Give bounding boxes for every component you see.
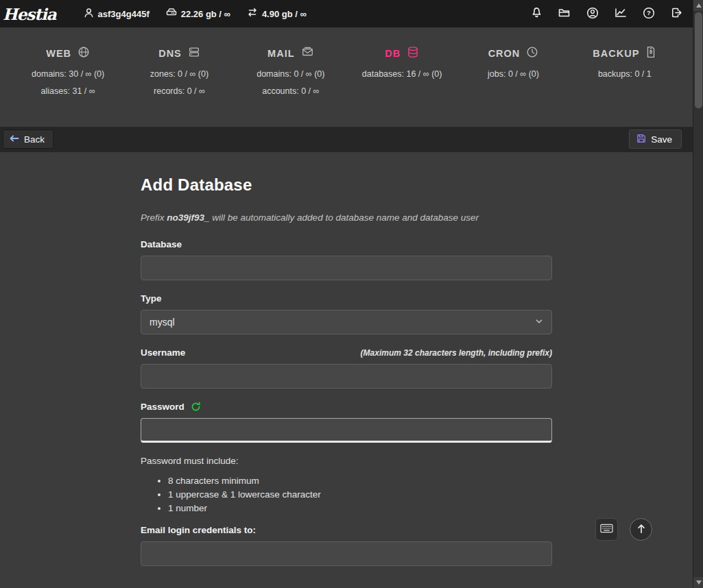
statistics-button[interactable] <box>615 8 627 21</box>
database-label: Database <box>141 239 552 249</box>
nav-tab-mail[interactable]: MAIL domains: 0 / ∞ (0) accounts: 0 / ∞ <box>235 45 346 127</box>
username-label: Username <box>141 347 185 358</box>
type-select[interactable]: mysql <box>141 310 552 334</box>
action-toolbar: Back Save <box>0 127 693 152</box>
nav-stat: accounts: 0 / ∞ <box>235 86 346 96</box>
user-icon <box>84 8 94 21</box>
folder-icon <box>558 8 571 21</box>
nav-tab-web[interactable]: WEB domains: 30 / ∞ (0) aliases: 31 / ∞ <box>12 45 123 127</box>
disk-usage: 22.26 gb / ∞ <box>166 7 230 21</box>
prefix-note: Prefix no39jf93_ will be automatically a… <box>141 212 552 223</box>
nav-tab-cron[interactable]: CRON jobs: 0 / ∞ (0) <box>457 45 569 127</box>
user-account[interactable]: asf3g4g445f <box>84 8 150 21</box>
email-credentials-label: Email login credentials to: <box>141 525 552 535</box>
clock-icon <box>526 46 538 61</box>
nav-stat: zones: 0 / ∞ (0) <box>123 69 235 79</box>
nav-stat: aliases: 31 / ∞ <box>12 86 123 96</box>
help-button[interactable]: ? <box>643 7 655 21</box>
svg-text:?: ? <box>647 9 651 16</box>
prefix-note-pre: Prefix <box>141 212 167 223</box>
sign-out-icon <box>671 7 682 21</box>
top-bar: Hestia asf3g4g445f 22.26 gb / ∞ 4.90 gb … <box>0 0 703 27</box>
nav-tab-web-label: WEB <box>46 48 71 59</box>
transfer-arrows-icon <box>247 7 258 21</box>
username-input[interactable] <box>141 364 552 389</box>
prefix-value: no39jf93_ <box>167 212 209 223</box>
chevron-down-icon <box>535 317 543 328</box>
username-text: asf3g4g445f <box>98 9 150 19</box>
hard-drive-icon <box>166 7 177 21</box>
logout-button[interactable] <box>671 7 682 21</box>
scroll-to-top-button[interactable] <box>630 518 652 541</box>
main-navigation: WEB domains: 30 / ∞ (0) aliases: 31 / ∞ … <box>0 27 693 127</box>
nav-tab-backup[interactable]: BACKUP backups: 0 / 1 <box>569 45 680 127</box>
bandwidth-usage: 4.90 gb / ∞ <box>247 7 307 21</box>
notifications-button[interactable] <box>531 7 543 21</box>
nav-tab-db-label: DB <box>385 48 401 59</box>
question-circle-icon: ? <box>643 7 655 21</box>
nav-stat: domains: 0 / ∞ (0) <box>235 69 346 79</box>
password-requirement-item: 1 uppercase & 1 lowercase character <box>168 488 552 502</box>
type-label: Type <box>141 293 552 304</box>
hestia-logo[interactable]: Hestia <box>3 5 56 23</box>
user-circle-icon <box>586 7 599 21</box>
arrow-up-icon <box>636 524 646 536</box>
password-requirement-item: 8 characters minimum <box>168 474 552 488</box>
username-hint: (Maximum 32 characters length, including… <box>361 348 552 358</box>
dns-icon <box>188 46 200 61</box>
save-button-label: Save <box>651 134 672 145</box>
type-select-value: mysql <box>150 317 175 328</box>
file-manager-button[interactable] <box>558 8 571 21</box>
arrow-left-icon <box>10 134 19 145</box>
database-icon <box>407 46 419 61</box>
password-requirements-list: 8 characters minimum 1 uppercase & 1 low… <box>168 474 552 515</box>
floppy-disk-icon <box>636 134 646 145</box>
password-input[interactable] <box>141 418 552 443</box>
nav-tab-cron-label: CRON <box>488 48 521 59</box>
back-button[interactable]: Back <box>3 130 53 149</box>
backup-icon <box>645 46 656 61</box>
add-database-form: Add Database Prefix no39jf93_ will be au… <box>141 175 552 588</box>
nav-tab-mail-label: MAIL <box>267 48 294 59</box>
keyboard-shortcuts-button[interactable] <box>595 518 618 541</box>
nav-stat: backups: 0 / 1 <box>569 69 680 79</box>
disk-usage-text: 22.26 gb / ∞ <box>181 9 230 19</box>
nav-stat: databases: 16 / ∞ (0) <box>346 69 457 79</box>
page-title: Add Database <box>141 175 552 195</box>
password-requirements-title: Password must include: <box>141 456 552 466</box>
scrollbar-down-arrow[interactable] <box>693 577 703 588</box>
main-content: Add Database Prefix no39jf93_ will be au… <box>0 152 693 588</box>
bell-icon <box>531 7 543 21</box>
email-credentials-input[interactable] <box>141 541 552 566</box>
nav-tab-backup-label: BACKUP <box>593 48 639 59</box>
generate-password-icon[interactable] <box>191 402 201 412</box>
prefix-note-post: will be automatically added to database … <box>210 212 479 223</box>
nav-stat: jobs: 0 / ∞ (0) <box>457 69 569 79</box>
nav-tab-dns[interactable]: DNS zones: 0 / ∞ (0) records: 0 / ∞ <box>123 45 235 127</box>
scrollbar-up-arrow[interactable] <box>693 0 703 11</box>
nav-stat: domains: 30 / ∞ (0) <box>12 69 123 79</box>
bandwidth-usage-text: 4.90 gb / ∞ <box>262 9 307 19</box>
mail-icon <box>301 46 314 61</box>
save-button[interactable]: Save <box>629 130 682 149</box>
globe-icon <box>78 46 90 61</box>
nav-stat: records: 0 / ∞ <box>123 86 235 96</box>
topbar-actions: ? <box>531 7 682 21</box>
profile-button[interactable] <box>586 7 599 21</box>
scrollbar-thumb[interactable] <box>695 12 702 108</box>
password-label: Password <box>141 402 184 412</box>
nav-tab-dns-label: DNS <box>158 48 182 59</box>
database-input[interactable] <box>141 256 552 280</box>
nav-tab-db[interactable]: DB databases: 16 / ∞ (0) <box>346 45 457 127</box>
password-requirement-item: 1 number <box>168 502 552 515</box>
chart-line-icon <box>615 8 627 21</box>
vertical-scrollbar[interactable] <box>693 0 703 588</box>
back-button-label: Back <box>24 134 45 145</box>
keyboard-icon <box>600 524 613 535</box>
